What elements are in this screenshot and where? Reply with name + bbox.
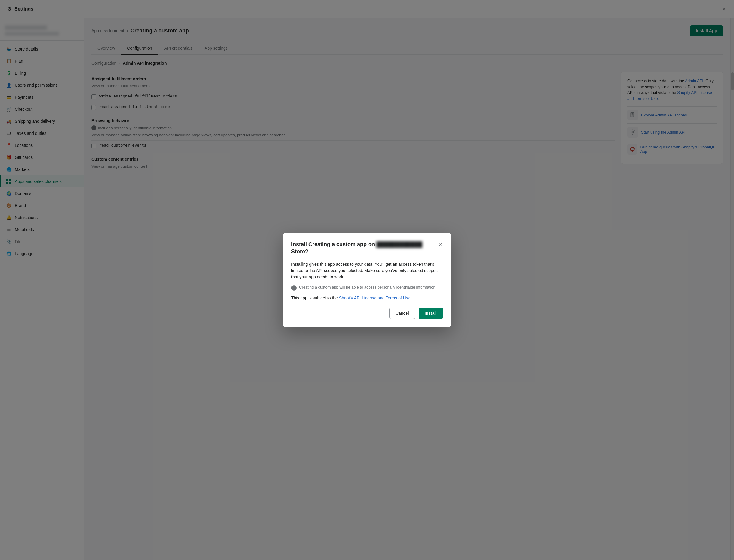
dialog-info-icon: i — [291, 285, 297, 291]
dialog-pii-info: i Creating a custom app will be able to … — [291, 285, 443, 291]
install-dialog: Install Creating a custom app on ███████… — [283, 233, 451, 327]
dialog-install-button[interactable]: Install — [419, 308, 443, 319]
dialog-footer: Cancel Install — [291, 308, 443, 319]
dialog-header: Install Creating a custom app on ███████… — [291, 241, 443, 255]
dialog-terms-suffix: . — [412, 295, 413, 300]
dialog-cancel-button[interactable]: Cancel — [389, 308, 415, 319]
dialog-body: Installing gives this app access to your… — [291, 261, 443, 280]
dialog-backdrop: Install Creating a custom app on ███████… — [0, 0, 734, 560]
dialog-terms-prefix: This app is subject to the — [291, 295, 338, 300]
dialog-title-prefix: Install Creating a custom app on — [291, 241, 375, 247]
dialog-title: Install Creating a custom app on ███████… — [291, 241, 438, 255]
dialog-pii-warning: Creating a custom app will be able to ac… — [299, 285, 436, 289]
dialog-terms-link[interactable]: Shopify API License and Terms of Use — [339, 295, 410, 300]
dialog-terms: This app is subject to the Shopify API L… — [291, 295, 443, 300]
dialog-title-suffix: Store? — [291, 249, 308, 255]
dialog-store-name: ████████████ — [376, 241, 422, 247]
dialog-close-button[interactable]: × — [438, 241, 443, 248]
